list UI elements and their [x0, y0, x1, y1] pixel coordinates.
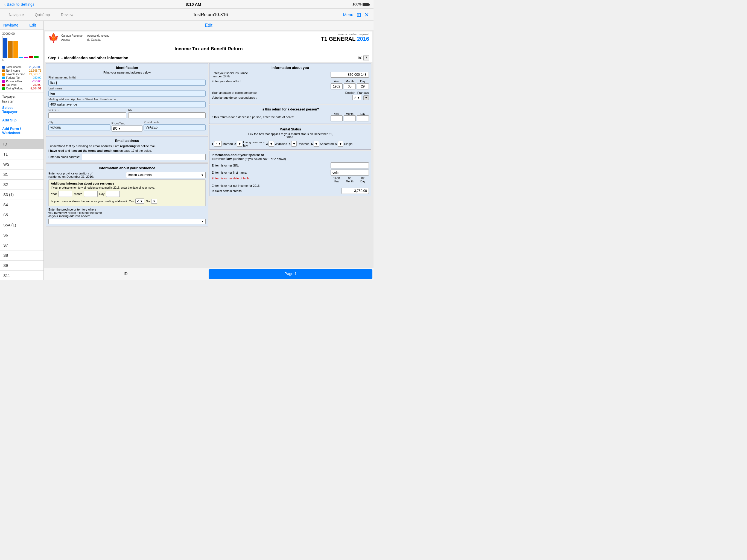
deceased-month-input[interactable]: [344, 116, 356, 121]
legend-total-income: Total Income 25,250.00: [2, 66, 41, 69]
lang-fr-label: Français: [357, 91, 369, 94]
city-input[interactable]: [48, 124, 110, 130]
bar-tax-paid: [29, 56, 33, 58]
month-label: Month: [74, 192, 82, 196]
tab-id[interactable]: ID: [44, 268, 208, 280]
dob-month-input[interactable]: [344, 83, 356, 90]
deceased-box: Is this return for a deceased person? If…: [209, 105, 371, 124]
nav-item-s4[interactable]: S4: [0, 200, 44, 210]
spouse-net-income-input[interactable]: [341, 188, 369, 194]
nav-item-s9[interactable]: S9: [0, 261, 44, 271]
divorced-checkbox[interactable]: ▼: [291, 141, 297, 147]
deceased-text: If this return is for a deceased person,…: [212, 116, 330, 119]
tab-page1[interactable]: Page 1: [209, 269, 372, 279]
widowed-checkbox[interactable]: ▼: [268, 141, 274, 147]
taxpayer-name: lisa j ten: [2, 100, 41, 103]
email-input[interactable]: [82, 154, 206, 160]
quicjmp-btn[interactable]: QuicJmp: [30, 12, 54, 17]
yes-select[interactable]: ✓▼: [135, 199, 144, 204]
nav-item-s1[interactable]: S1: [0, 170, 44, 180]
left-col: Identification Print your name and addre…: [46, 63, 208, 226]
chart-max-value: 30000.00: [2, 32, 41, 35]
year-input[interactable]: [58, 191, 72, 197]
chart-area: 30000.00 0: [0, 30, 44, 64]
add-slip-btn[interactable]: Add Slip: [2, 116, 41, 124]
month-header: Month: [344, 80, 356, 83]
rr-input[interactable]: [128, 112, 206, 119]
bar-taxable-income: [14, 41, 18, 58]
dob-year-input[interactable]: [331, 83, 343, 90]
marital-status-box: Marital Status Tick the box that applies…: [209, 125, 371, 150]
main-two-col: Identification Print your name and addre…: [45, 62, 372, 228]
edit-tab[interactable]: Edit: [22, 21, 44, 29]
legend-tax-paid: Tax Paid 750.00: [2, 83, 41, 86]
select-taxpayer-btn[interactable]: SelectTaxpayer: [2, 103, 41, 116]
bar-owing-refund: [34, 56, 38, 58]
nav-list: ID T1 WS S1 S2 S3 (1) S4 S5 S5A (1) S6 S…: [0, 139, 44, 280]
id-subtitle: Print your name and address below: [48, 71, 206, 74]
agency-fr2: du Canada: [87, 38, 109, 42]
nav-item-s11[interactable]: S11: [0, 271, 44, 280]
spouse-firstname-input[interactable]: [331, 170, 369, 176]
spouse-title: Information about your spouse orcommon-l…: [212, 153, 369, 161]
single-checkbox[interactable]: ▼: [338, 141, 343, 147]
t1-title: T1 GENERAL 2016: [321, 36, 369, 42]
nav-item-s6[interactable]: S6: [0, 230, 44, 240]
edit-header: Edit: [44, 21, 374, 30]
step1-bar: Step 1 – Identification and other inform…: [45, 54, 372, 62]
navigate-tab[interactable]: Navigate: [0, 21, 22, 29]
day-input[interactable]: [106, 191, 120, 197]
calculator-icon[interactable]: ⊞: [357, 11, 361, 18]
no-select[interactable]: ▼: [151, 199, 157, 204]
residence-title: Information about your residence: [48, 166, 206, 170]
dob-day-input[interactable]: [357, 83, 369, 90]
common-law-checkbox[interactable]: ▼: [237, 141, 242, 147]
close-btn[interactable]: ✕: [364, 11, 369, 18]
current-province-select[interactable]: ▼: [48, 219, 206, 224]
nav-item-t1[interactable]: T1: [0, 149, 44, 159]
nav-item-s2[interactable]: S2: [0, 180, 44, 190]
last-name-input[interactable]: [48, 91, 206, 97]
nav-item-ws[interactable]: WS: [0, 159, 44, 170]
married-checkbox[interactable]: ✓▼: [214, 141, 222, 147]
deceased-title: Is this return for a deceased person?: [212, 107, 369, 111]
deceased-day-input[interactable]: [357, 116, 369, 121]
legend-net-income: Net Income 21,568.75: [2, 69, 41, 72]
postal-input[interactable]: [144, 124, 206, 130]
agency-fr: Agence du revenu: [87, 34, 109, 38]
first-name-input[interactable]: [48, 80, 206, 85]
province-select[interactable]: British Columbia ▼: [126, 172, 206, 178]
bar-chart: [2, 36, 41, 58]
review-btn[interactable]: Review: [57, 12, 78, 17]
dob-label: Enter your date of birth:: [212, 80, 243, 83]
sin-label: Enter your social insurancenumber (SIN):: [212, 71, 248, 78]
legend-owing-refund: Owing/Refund -2,864.51: [2, 87, 41, 90]
currently-reside-text: Enter the province or territory where yo…: [48, 208, 206, 218]
month-input[interactable]: [84, 191, 98, 197]
marital-5-separated: 5 ▼ Separated: [311, 141, 334, 147]
english-checkbox[interactable]: ✓▼: [353, 95, 361, 100]
nav-item-s5[interactable]: S5: [0, 210, 44, 220]
menu-btn[interactable]: Menu: [343, 12, 353, 17]
nav-item-id[interactable]: ID: [0, 139, 44, 149]
t1-general-header: 🍁 Canada Revenue Agency Agence du revenu…: [45, 31, 372, 44]
form-title: Income Tax and Benefit Return: [45, 44, 372, 54]
nav-item-s7[interactable]: S7: [0, 240, 44, 251]
po-box-input[interactable]: [48, 112, 126, 119]
add-form-worksheet-btn[interactable]: Add Form /Worksheet: [2, 124, 41, 137]
spouse-sin-input[interactable]: [331, 162, 369, 169]
spouse-net-income-label: Enter his or her net income for 2016: [212, 184, 369, 187]
nav-item-s3[interactable]: S3 (1): [0, 190, 44, 200]
nav-item-s5a[interactable]: S5A (1): [0, 220, 44, 230]
navigate-btn[interactable]: Navigate: [4, 12, 28, 17]
battery-indicator: 100%: [353, 2, 369, 6]
nav-item-s8[interactable]: S8: [0, 251, 44, 261]
deceased-year-input[interactable]: [331, 116, 343, 121]
separated-checkbox[interactable]: ▼: [314, 141, 319, 147]
additional-text: If your province or territory of residen…: [51, 186, 203, 189]
mailing-address-input[interactable]: [48, 101, 206, 107]
spouse-dob-label: Enter his or her date of birth:: [212, 177, 250, 180]
back-button[interactable]: ‹ Back to Settings: [4, 2, 34, 6]
french-checkbox[interactable]: ▼: [363, 96, 369, 100]
prov-select[interactable]: BC ▼: [111, 126, 143, 131]
